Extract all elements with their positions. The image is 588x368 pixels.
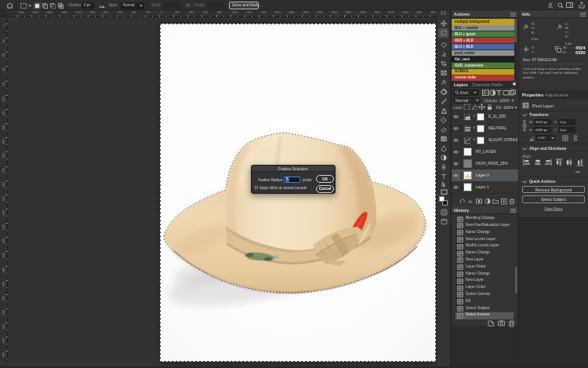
svg-text:fx: fx (468, 199, 473, 204)
